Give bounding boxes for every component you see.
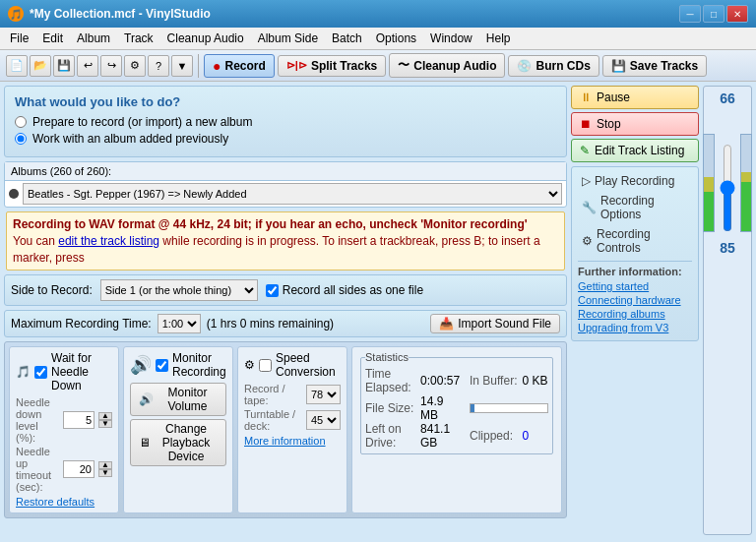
save-tracks-icon: 💾 bbox=[611, 59, 626, 73]
recording-albums-link[interactable]: Recording albums bbox=[578, 308, 692, 320]
save-tracks-button[interactable]: 💾 Save Tracks bbox=[602, 55, 707, 77]
album-select[interactable]: Beatles - Sgt. Pepper (1967) => Newly Ad… bbox=[23, 183, 562, 205]
close-button[interactable]: ✕ bbox=[726, 5, 748, 23]
more-info-link[interactable]: More information bbox=[244, 435, 326, 447]
maximize-button[interactable]: □ bbox=[703, 5, 724, 23]
play-icon: ▷ bbox=[582, 174, 591, 188]
pause-button[interactable]: ⏸ Pause bbox=[571, 86, 699, 109]
radio-option-2: Work with an album added previously bbox=[15, 132, 556, 146]
recording-controls-button[interactable]: ⚙ Recording Controls bbox=[578, 225, 692, 257]
vu-top-number: 66 bbox=[720, 90, 735, 106]
needle-timeout-label: Needle up timeout (sec): bbox=[16, 446, 59, 493]
help-small-button[interactable]: ? bbox=[148, 55, 169, 77]
stop-button[interactable]: ⏹ Stop bbox=[571, 112, 699, 136]
menu-album-side[interactable]: Album Side bbox=[252, 30, 324, 47]
record-sides-checkbox-row: Record all sides as one file bbox=[266, 283, 423, 297]
needle-down-checkbox[interactable] bbox=[34, 366, 47, 379]
main-content: What would you like to do? Prepare to re… bbox=[0, 82, 756, 539]
controls-icon: ⚙ bbox=[582, 234, 593, 248]
record-tape-select[interactable]: 784533 bbox=[306, 385, 341, 404]
record-sides-checkbox[interactable] bbox=[266, 284, 279, 297]
down-button[interactable]: ▼ bbox=[171, 55, 193, 77]
settings-button[interactable]: ⚙ bbox=[124, 55, 146, 77]
monitor-recording-checkbox[interactable] bbox=[156, 359, 168, 372]
split-tracks-button[interactable]: ⊳|⊳ Split Tracks bbox=[278, 55, 386, 77]
stats-title: Statistics bbox=[365, 351, 409, 363]
menu-cleanup-audio[interactable]: Cleanup Audio bbox=[161, 30, 250, 47]
right-panel: ⏸ Pause ⏹ Stop ✎ Edit Track Listing ▷ Pl… bbox=[571, 86, 699, 535]
pause-icon: ⏸ bbox=[580, 90, 592, 104]
menu-album[interactable]: Album bbox=[71, 30, 116, 47]
needle-level-label: Needle down level (%): bbox=[16, 396, 59, 444]
time-elapsed-label: Time Elapsed: bbox=[365, 367, 420, 394]
speed-icon: ⚙ bbox=[244, 358, 255, 372]
recording-options-button[interactable]: 🔧 Recording Options bbox=[578, 192, 692, 223]
needle-level-row: Needle down level (%): ▲ ▼ bbox=[16, 396, 112, 444]
edit-track-link[interactable]: edit the track listing bbox=[58, 234, 159, 248]
turntable-select[interactable]: 453378 bbox=[306, 410, 341, 430]
vu-green-right bbox=[741, 182, 751, 231]
side-label: Side to Record: bbox=[11, 283, 93, 297]
play-recording-button[interactable]: ▷ Play Recording bbox=[578, 172, 692, 190]
upgrading-v3-link[interactable]: Upgrading from V3 bbox=[578, 322, 692, 333]
burn-cds-button[interactable]: 💿 Burn CDs bbox=[508, 55, 598, 77]
needle-timeout-input[interactable] bbox=[63, 460, 94, 478]
menu-edit[interactable]: Edit bbox=[36, 30, 69, 47]
menu-batch[interactable]: Batch bbox=[326, 30, 368, 47]
radio-existing-album[interactable] bbox=[15, 133, 27, 145]
monitor-group-label: Monitor Recording bbox=[172, 351, 226, 379]
save-small-button[interactable]: 💾 bbox=[53, 55, 75, 77]
in-buffer-label: In Buffer: bbox=[462, 367, 523, 394]
menu-window[interactable]: Window bbox=[424, 30, 478, 47]
file-icons: 📄 📂 💾 ↩ ↪ ⚙ ? ▼ bbox=[6, 55, 193, 77]
radio-option-1: Prepare to record (or import) a new albu… bbox=[15, 115, 556, 129]
needle-group-title: 🎵 Wait for Needle Down bbox=[16, 351, 112, 392]
redo-button[interactable]: ↪ bbox=[100, 55, 122, 77]
record-button[interactable]: ● Record bbox=[204, 54, 275, 78]
device-icon: 🖥 bbox=[139, 436, 151, 450]
vu-volume-slider[interactable] bbox=[719, 144, 736, 232]
radio-new-album[interactable] bbox=[15, 116, 27, 128]
speed-group-label: Speed Conversion bbox=[276, 351, 341, 379]
needle-group: 🎵 Wait for Needle Down Needle down level… bbox=[9, 346, 119, 513]
left-panel: What would you like to do? Prepare to re… bbox=[4, 86, 567, 535]
restore-defaults-link[interactable]: Restore defaults bbox=[16, 496, 94, 508]
menu-help[interactable]: Help bbox=[480, 30, 517, 47]
monitor-volume-button[interactable]: 🔊 Monitor Volume bbox=[130, 383, 226, 416]
vu-bar-right bbox=[740, 134, 752, 232]
open-button[interactable]: 📂 bbox=[30, 55, 51, 77]
speed-conversion-checkbox[interactable] bbox=[259, 359, 272, 372]
minimize-button[interactable]: ─ bbox=[679, 5, 701, 23]
window-controls: ─ □ ✕ bbox=[679, 5, 748, 23]
vu-meter-panel: 66 85 bbox=[703, 86, 752, 535]
needle-group-label: Wait for Needle Down bbox=[51, 351, 112, 392]
vu-bars bbox=[703, 114, 752, 232]
new-button[interactable]: 📄 bbox=[6, 55, 28, 77]
side-select[interactable]: Side 1 (or the whole thing) bbox=[100, 279, 258, 301]
disc-icon: 💿 bbox=[517, 59, 532, 73]
toolbar: 📄 📂 💾 ↩ ↪ ⚙ ? ▼ ● Record ⊳|⊳ Split Track… bbox=[0, 50, 756, 82]
cleanup-audio-button[interactable]: 〜 Cleanup Audio bbox=[389, 53, 505, 78]
vu-yellow-left bbox=[704, 177, 714, 192]
needle-level-input[interactable] bbox=[63, 411, 94, 429]
menu-track[interactable]: Track bbox=[118, 30, 159, 47]
change-playback-device-button[interactable]: 🖥 Change Playback Device bbox=[130, 419, 226, 466]
max-rec-select[interactable]: 1:00 0:30 2:00 bbox=[158, 314, 201, 333]
getting-started-link[interactable]: Getting started bbox=[578, 280, 692, 292]
vu-yellow-right bbox=[741, 172, 751, 182]
buffer-progress-fill bbox=[471, 404, 474, 412]
time-elapsed-value: 0:00:57 bbox=[420, 367, 462, 394]
connecting-hardware-link[interactable]: Connecting hardware bbox=[578, 294, 692, 306]
vu-green-left bbox=[704, 192, 714, 231]
recording-action-buttons: ⏸ Pause ⏹ Stop ✎ Edit Track Listing bbox=[571, 86, 699, 162]
import-sound-file-button[interactable]: 📥 Import Sound File bbox=[430, 314, 560, 333]
undo-button[interactable]: ↩ bbox=[77, 55, 98, 77]
needle-timeout-down[interactable]: ▼ bbox=[98, 469, 112, 477]
menu-options[interactable]: Options bbox=[370, 30, 422, 47]
app-icon: 🎵 bbox=[8, 6, 24, 22]
radio-new-album-label: Prepare to record (or import) a new albu… bbox=[32, 115, 252, 129]
needle-level-down[interactable]: ▼ bbox=[98, 420, 112, 428]
buffer-progress bbox=[470, 403, 548, 413]
menu-file[interactable]: File bbox=[4, 30, 34, 47]
edit-track-listing-button[interactable]: ✎ Edit Track Listing bbox=[571, 139, 699, 162]
